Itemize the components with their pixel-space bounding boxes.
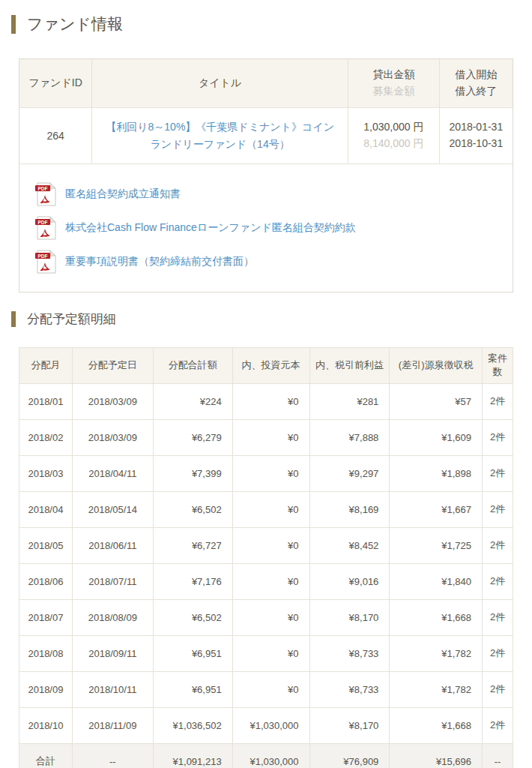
table-cell: ¥7,176	[153, 563, 232, 599]
fund-section-title: ファンド情報	[11, 14, 513, 34]
fund-section-title-text: ファンド情報	[27, 14, 123, 34]
table-row: 2018/102018/11/09¥1,036,502¥1,030,000¥8,…	[19, 707, 513, 743]
table-cell: 2件	[483, 455, 513, 491]
table-cell: ¥1,668	[390, 707, 483, 743]
table-cell: 2件	[483, 563, 513, 599]
column-header: 分配合計額	[153, 347, 232, 383]
raised-amount-header-label: 募集金額	[349, 83, 438, 100]
table-cell: 2018/10/11	[72, 671, 153, 707]
table-cell: 2018/10	[19, 707, 73, 743]
table-cell: 2018/06/11	[72, 527, 153, 563]
table-cell: ¥6,727	[153, 527, 232, 563]
table-cell: ¥0	[232, 455, 309, 491]
table-cell: ¥6,951	[153, 635, 232, 671]
table-cell: 2018/08	[19, 635, 73, 671]
column-header-fund-id: ファンドID	[19, 59, 92, 107]
accent-bar	[11, 311, 16, 327]
table-cell: ¥8,170	[309, 707, 390, 743]
column-header: 内、投資元本	[232, 347, 309, 383]
table-cell: ¥224	[153, 383, 232, 419]
table-cell: 2018/05/14	[72, 491, 153, 527]
fund-title-cell: 【利回り8～10%】《千葉県ドミナント》コインランドリーファンド（14号）	[92, 107, 348, 164]
table-row: 2018/022018/03/09¥6,279¥0¥7,888¥1,6092件	[19, 419, 513, 455]
table-cell: ¥9,016	[309, 563, 390, 599]
table-cell: 2018/11/09	[72, 707, 153, 743]
fund-amount-cell: 1,030,000 円 8,140,000 円	[348, 107, 440, 164]
table-cell: 2018/04	[19, 491, 73, 527]
borrow-start-header-label: 借入開始	[441, 67, 512, 83]
document-row: PDF 株式会社Cash Flow Financeローンファンド匿名組合契約約款	[34, 216, 499, 240]
table-cell: ¥0	[232, 527, 309, 563]
table-cell: 2018/06	[19, 563, 73, 599]
table-cell: ¥1,091,213	[153, 743, 232, 768]
column-header: 内、税引前利益	[309, 347, 390, 383]
table-cell: ¥8,452	[309, 527, 390, 563]
table-cell: 2件	[483, 419, 513, 455]
table-cell: 2018/09/11	[72, 635, 153, 671]
fund-documents: PDF 匿名組合契約成立通知書 PDF 株式会社Cash Flow Financ…	[19, 164, 513, 292]
table-cell: 合計	[19, 743, 73, 768]
table-cell: ¥8,169	[309, 491, 390, 527]
fund-id-cell: 264	[19, 107, 92, 164]
pdf-icon: PDF	[34, 182, 56, 206]
table-cell: ¥0	[232, 671, 309, 707]
table-cell: ¥1,782	[390, 635, 483, 671]
distribution-table: 分配月分配予定日分配合計額内、投資元本内、税引前利益(差引)源泉徴収税案件数 2…	[19, 347, 513, 768]
svg-text:PDF: PDF	[38, 219, 48, 224]
table-cell: ¥0	[232, 419, 309, 455]
table-cell: ¥0	[232, 491, 309, 527]
loan-amount-header-label: 貸出金額	[349, 67, 438, 83]
total-row: 合計--¥1,091,213¥1,030,000¥76,909¥15,696--	[19, 743, 513, 768]
document-link[interactable]: 匿名組合契約成立通知書	[65, 188, 181, 201]
table-cell: ¥7,399	[153, 455, 232, 491]
table-row: 2018/072018/08/09¥6,502¥0¥8,170¥1,6682件	[19, 599, 513, 635]
table-cell: 2件	[483, 707, 513, 743]
table-cell: ¥7,888	[309, 419, 390, 455]
column-header-period: 借入開始 借入終了	[439, 59, 513, 107]
fund-title-link[interactable]: 【利回り8～10%】《千葉県ドミナント》コインランドリーファンド（14号）	[93, 118, 347, 152]
table-cell: ¥1,036,502	[153, 707, 232, 743]
table-row: 2018/082018/09/11¥6,951¥0¥8,733¥1,7822件	[19, 635, 513, 671]
table-cell: ¥281	[309, 383, 390, 419]
distribution-section-title-text: 分配予定額明細	[27, 310, 116, 328]
table-cell: ¥6,502	[153, 599, 232, 635]
table-cell: 2件	[483, 671, 513, 707]
borrow-start-value: 2018-01-31	[441, 119, 512, 136]
table-cell: ¥76,909	[309, 743, 390, 768]
fund-period-cell: 2018-01-31 2018-10-31	[439, 107, 513, 164]
page: ファンド情報 ファンドID タイトル 貸出金額 募集金額 借入開始	[0, 0, 532, 768]
table-cell: ¥8,733	[309, 671, 390, 707]
document-link[interactable]: 株式会社Cash Flow Financeローンファンド匿名組合契約約款	[65, 221, 356, 235]
table-cell: ¥1,030,000	[232, 743, 309, 768]
table-cell: ¥6,951	[153, 671, 232, 707]
borrow-end-header-label: 借入終了	[441, 83, 512, 100]
document-row: PDF 匿名組合契約成立通知書	[34, 182, 499, 206]
distribution-table-body: 2018/012018/03/09¥224¥0¥281¥572件2018/022…	[19, 383, 513, 768]
table-cell: ¥8,733	[309, 635, 390, 671]
table-cell: 2018/02	[19, 419, 73, 455]
column-header: (差引)源泉徴収税	[390, 347, 483, 383]
table-cell: ¥1,725	[390, 527, 483, 563]
table-cell: ¥15,696	[390, 743, 483, 768]
table-cell: ¥1,668	[390, 599, 483, 635]
table-cell: ¥57	[390, 383, 483, 419]
table-cell: 2018/03/09	[72, 419, 153, 455]
table-cell: ¥0	[232, 563, 309, 599]
table-cell: ¥1,030,000	[232, 707, 309, 743]
table-cell: ¥1,609	[390, 419, 483, 455]
table-row: 2018/042018/05/14¥6,502¥0¥8,169¥1,6672件	[19, 491, 513, 527]
borrow-end-value: 2018-10-31	[441, 136, 512, 152]
pdf-icon: PDF	[34, 216, 56, 240]
table-row: 2018/092018/10/11¥6,951¥0¥8,733¥1,7822件	[19, 671, 513, 707]
table-cell: ¥6,279	[153, 419, 232, 455]
document-link[interactable]: 重要事項説明書（契約締結前交付書面）	[65, 255, 254, 268]
table-cell: ¥1,782	[390, 671, 483, 707]
table-cell: 2018/05	[19, 527, 73, 563]
table-cell: ¥1,667	[390, 491, 483, 527]
table-cell: ¥0	[232, 599, 309, 635]
table-cell: ¥9,297	[309, 455, 390, 491]
table-row: 2018/052018/06/11¥6,727¥0¥8,452¥1,7252件	[19, 527, 513, 563]
table-row: 2018/062018/07/11¥7,176¥0¥9,016¥1,8402件	[19, 563, 513, 599]
accent-bar	[11, 15, 16, 34]
table-row: 2018/012018/03/09¥224¥0¥281¥572件	[19, 383, 513, 419]
